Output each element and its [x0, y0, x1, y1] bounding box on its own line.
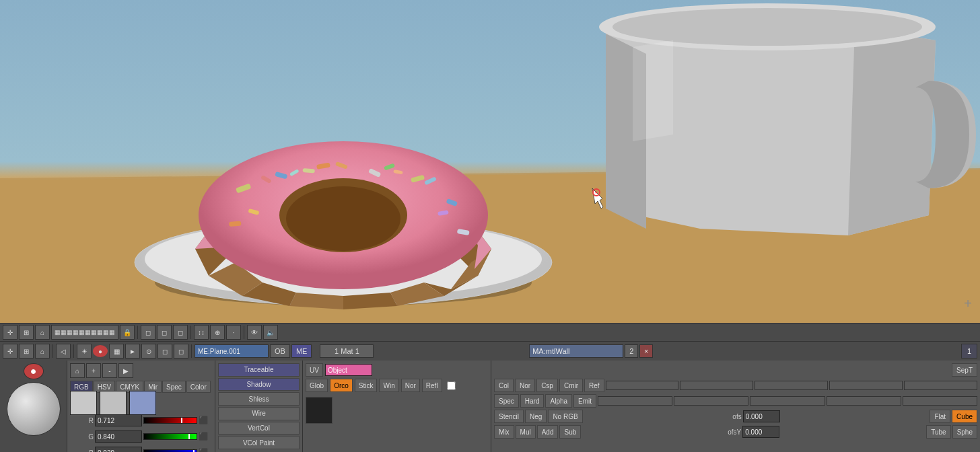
record-btn[interactable]: ●: [24, 363, 44, 379]
tex-slider-4[interactable]: [829, 381, 903, 390]
mat-close-btn[interactable]: ×: [639, 344, 653, 358]
toolbar-btn-mesh-small[interactable]: ▦▦▦▦▦▦▦▦▦▦: [51, 325, 118, 340]
toolbar-btn-cross[interactable]: ✛: [3, 325, 18, 340]
mat-slot-btn[interactable]: 1 Mat 1: [320, 344, 374, 358]
vcol-paint-btn[interactable]: VCol Paint: [218, 436, 300, 449]
toolbar-btn-snap2[interactable]: ◻: [157, 325, 172, 340]
toolbar-btn-home[interactable]: ⌂: [35, 325, 50, 340]
glob-btn[interactable]: Glob: [306, 379, 328, 392]
mat-nav-btn[interactable]: ▶: [118, 363, 133, 378]
ofs-x-input[interactable]: [743, 410, 780, 422]
tex-slider-7[interactable]: [674, 396, 748, 406]
mat-home-btn[interactable]: ⌂: [70, 363, 85, 378]
cube-btn[interactable]: Cube: [952, 410, 977, 423]
shless-btn[interactable]: Shless: [218, 392, 300, 406]
stencil-btn[interactable]: Stencil: [494, 410, 524, 423]
sphe-btn[interactable]: Sphe: [952, 425, 977, 439]
ob-btn[interactable]: OB: [270, 344, 290, 358]
toolbar-btn-speaker[interactable]: 🔈: [263, 325, 278, 340]
g-slider-handle[interactable]: ⬛: [199, 432, 209, 441]
3d-viewport[interactable]: +: [0, 0, 980, 323]
toolbar-row2-back[interactable]: ◁: [56, 344, 71, 359]
spec-tab[interactable]: Spec: [162, 381, 186, 393]
neg-btn[interactable]: Neg: [525, 410, 547, 423]
orco-btn[interactable]: Orco: [330, 379, 353, 392]
add-btn[interactable]: Add: [537, 425, 559, 439]
toolbar-row2-sq1[interactable]: ◻: [158, 344, 172, 359]
csp-btn[interactable]: Csp: [536, 379, 558, 392]
mid-checkbox[interactable]: [447, 381, 456, 390]
toolbar-row2-sun[interactable]: ☀: [77, 344, 92, 359]
tex-slider-1[interactable]: [606, 381, 679, 390]
traceable-btn[interactable]: Traceable: [218, 363, 300, 377]
g-input[interactable]: [95, 430, 142, 443]
toolbar-btn-view[interactable]: 👁: [247, 325, 262, 340]
toolbar-row2-grid[interactable]: ⊞: [19, 344, 34, 359]
stick-btn[interactable]: Stick: [355, 379, 378, 392]
toolbar-row2-grid2[interactable]: ▦: [109, 344, 124, 359]
material-panel: ⌂ + - ▶ RGB HSV CMYK Mir Spec Color: [67, 361, 215, 452]
toolbar-btn-snap1[interactable]: ◻: [141, 325, 155, 340]
color-tab-btn[interactable]: Color: [186, 381, 211, 393]
ref-btn[interactable]: Ref: [584, 379, 604, 392]
mat-count-btn[interactable]: 2: [625, 344, 638, 358]
mat-name-input[interactable]: [529, 344, 623, 358]
no-rgb-btn[interactable]: No RGB: [548, 410, 582, 423]
spec-tex-btn[interactable]: Spec: [494, 394, 519, 408]
toolbar-btn-cursor[interactable]: ⊕: [210, 325, 225, 340]
tex-slider-2[interactable]: [680, 381, 753, 390]
toolbar-btn-snap3[interactable]: ◻: [173, 325, 188, 340]
toolbar-row2-play[interactable]: ►: [125, 344, 140, 359]
flat-btn[interactable]: Flat: [930, 410, 950, 423]
r-slider[interactable]: [143, 417, 197, 424]
toolbar-row2-cross[interactable]: ✛: [3, 344, 18, 359]
tex-slider-9[interactable]: [827, 396, 901, 406]
me-btn[interactable]: ME: [291, 344, 312, 358]
tex-slider-8[interactable]: [750, 396, 825, 406]
toolbar-btn-lock[interactable]: 🔒: [120, 325, 135, 340]
win-btn[interactable]: Win: [379, 379, 398, 392]
hard-btn[interactable]: Hard: [520, 394, 545, 408]
b-label: B: [70, 449, 94, 453]
tube-btn[interactable]: Tube: [926, 425, 950, 439]
mat-add-btn[interactable]: +: [86, 363, 101, 378]
b-slider[interactable]: [143, 449, 197, 452]
b-slider-handle[interactable]: ⬛: [199, 448, 209, 452]
tex-slider-10[interactable]: [903, 396, 977, 406]
emit-btn[interactable]: Emit: [573, 394, 596, 408]
mul-btn[interactable]: Mul: [516, 425, 536, 439]
uv-btn[interactable]: UV: [306, 363, 323, 377]
r-input[interactable]: [95, 414, 142, 426]
cmir-btn[interactable]: Cmir: [559, 379, 583, 392]
spec-color-swatch[interactable]: [100, 391, 127, 415]
toolbar-row2-sq2[interactable]: ◻: [174, 344, 188, 359]
r-slider-handle[interactable]: ⬛: [199, 416, 209, 425]
wire-btn[interactable]: Wire: [218, 407, 300, 420]
toolbar-row2-sphere[interactable]: ●: [93, 345, 108, 357]
sub-btn[interactable]: Sub: [559, 425, 581, 439]
mix-btn[interactable]: Mix: [494, 425, 514, 439]
object-input[interactable]: [325, 364, 372, 376]
tex-slider-6[interactable]: [598, 396, 672, 406]
vertcol-btn[interactable]: VertCol: [218, 422, 300, 435]
mat-sub-btn[interactable]: -: [102, 363, 117, 378]
shadow-btn[interactable]: Shadow: [218, 378, 300, 391]
main-color-swatch[interactable]: [70, 391, 97, 415]
toolbar-btn-dot[interactable]: ·: [226, 325, 241, 340]
g-slider[interactable]: [143, 433, 197, 440]
refl-btn[interactable]: Refl: [422, 379, 442, 392]
toolbar-btn-grid[interactable]: ⊞: [19, 325, 34, 340]
ofs-y-input[interactable]: [742, 426, 779, 438]
toolbar-btn-arrows[interactable]: ↕↕: [194, 325, 209, 340]
col-btn[interactable]: Col: [494, 379, 514, 392]
tex-slider-3[interactable]: [755, 381, 828, 390]
toolbar-row2-home[interactable]: ⌂: [35, 344, 50, 359]
toolbar-row2-target[interactable]: ⊙: [141, 344, 156, 359]
mir-color-swatch[interactable]: [129, 391, 156, 415]
nor-btn[interactable]: Nor: [401, 379, 420, 392]
b-input[interactable]: [95, 447, 142, 452]
tex-slider-5[interactable]: [904, 381, 977, 390]
sept-btn[interactable]: SepT: [952, 363, 977, 377]
alpha-btn[interactable]: Alpha: [545, 394, 572, 408]
nor-tex-btn[interactable]: Nor: [515, 379, 535, 392]
